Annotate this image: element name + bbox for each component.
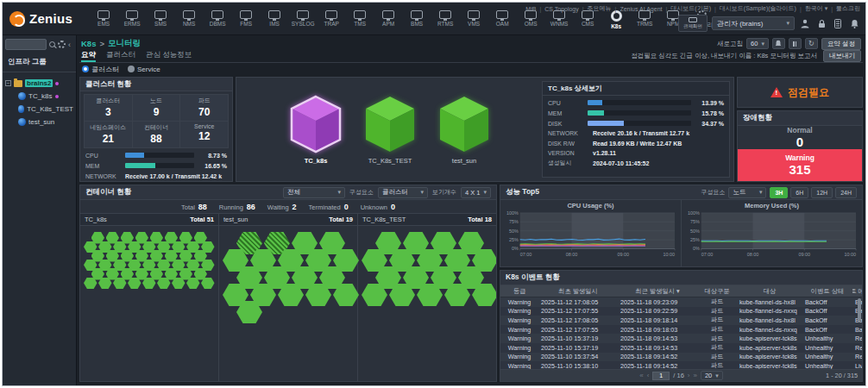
detail-row: VERSIONv1.28.11 xyxy=(543,148,729,159)
containers-filter-select[interactable]: 전체 ▾ xyxy=(283,187,345,198)
pagination-prev-icon[interactable]: ‹ xyxy=(647,372,650,379)
utility-link[interactable]: 대시보드(기본) xyxy=(670,4,711,13)
menu-item-ems[interactable]: EMS xyxy=(93,8,114,27)
document-icon[interactable] xyxy=(832,16,844,30)
events-column-header[interactable]: 최근 발생일시 ▾ xyxy=(618,285,697,297)
cluster-cube-tc_k8s_test[interactable]: TC_K8s_TEST xyxy=(362,95,418,165)
range-button-12h[interactable]: 12H xyxy=(811,187,833,198)
tab-클러스터[interactable]: 클러스터 xyxy=(106,50,135,62)
menu-item-bms[interactable]: BMS xyxy=(406,8,427,27)
chart-title: Memory Used (%) xyxy=(684,202,859,210)
tree-expander-icon[interactable]: − xyxy=(5,80,11,86)
menu-item-sms[interactable]: SMS xyxy=(150,8,171,27)
event-row[interactable]: Warning2025-11-10 15:38:102025-11-18 09:… xyxy=(500,361,862,369)
tree-node-tc_k8s[interactable]: TC_k8s xyxy=(5,90,73,103)
perf-component-select[interactable]: 노드 ▾ xyxy=(728,187,766,198)
range-button-6h[interactable]: 6H xyxy=(790,187,808,198)
utility-link[interactable]: CS Topology xyxy=(544,6,579,12)
utility-link[interactable]: 풀스크린 xyxy=(836,4,860,13)
tree-node-tc_k8s_test[interactable]: TC_K8s_TEST xyxy=(5,103,73,116)
breadcrumb-app[interactable]: K8s xyxy=(81,39,96,48)
cluster-cube-tc_k8s[interactable]: TC_k8s xyxy=(288,95,343,165)
summary-stat-클러스터: 클러스터3 xyxy=(85,95,132,121)
cluster-cube-test_sun[interactable]: test_sun xyxy=(437,95,492,165)
view-count-select[interactable]: 4 X 1 ▾ xyxy=(461,187,491,198)
tree-node-test_sun[interactable]: test_sun xyxy=(5,116,73,128)
summary-stat-네임스페이스: 네임스페이스21 xyxy=(85,122,132,147)
svg-text:75%: 75% xyxy=(690,219,700,224)
tab-관심 성능정보[interactable]: 관심 성능정보 xyxy=(146,50,192,62)
event-row[interactable]: Warning2025-11-12 17:07:552025-11-18 09:… xyxy=(500,325,862,335)
event-row[interactable]: Warning2025-11-12 17:07:552025-11-18 09:… xyxy=(500,307,862,316)
fault-warning-box[interactable]: Warning 315 xyxy=(738,149,862,181)
menu-item-apm[interactable]: APM xyxy=(378,8,399,27)
menu-item-ims[interactable]: IMS xyxy=(264,8,285,27)
search-icon[interactable] xyxy=(49,41,55,47)
event-row[interactable]: Warning2025-11-12 17:08:052025-11-18 09:… xyxy=(500,316,862,325)
utility-link[interactable]: 주요메뉴 xyxy=(588,4,612,13)
gear-icon[interactable] xyxy=(58,41,66,48)
folder-icon xyxy=(14,80,22,87)
refresh-button[interactable]: ↻ xyxy=(805,38,818,49)
menu-item-tms[interactable]: TMS xyxy=(349,8,370,27)
detail-row: 생성일시2024-07-10 11:45:52 xyxy=(543,159,729,169)
radio-클러스터[interactable]: 클러스터 xyxy=(82,65,119,74)
utility-link[interactable]: MiB xyxy=(525,6,536,12)
menu-item-nms[interactable]: NMS xyxy=(179,8,199,27)
menu-item-vms[interactable]: VMS xyxy=(463,8,484,27)
refresh-interval-select[interactable]: 60 ▾ xyxy=(746,38,769,49)
component-value: 클러스터 xyxy=(382,188,408,197)
sidebar-search-input[interactable] xyxy=(5,39,47,50)
lock-icon[interactable] xyxy=(815,16,827,30)
menu-item-oam[interactable]: OAM xyxy=(492,8,513,27)
svg-text:50%: 50% xyxy=(509,228,519,234)
stat-value: 9 xyxy=(133,106,180,118)
component-select[interactable]: 클러스터 ▾ xyxy=(378,187,428,198)
event-row[interactable]: Warning2025-11-12 17:08:052025-11-18 09:… xyxy=(500,297,862,307)
event-cell: 파드 xyxy=(697,316,737,325)
event-cell: 2025-11-18 09:23:09 xyxy=(618,297,697,307)
menu-item-fms[interactable]: FMS xyxy=(236,8,256,27)
tree-root-brains2[interactable]: −brains2 xyxy=(5,77,73,90)
pause-button[interactable] xyxy=(789,38,802,49)
gauge-disk: DISK34.37 % xyxy=(543,118,729,128)
hex-row xyxy=(84,241,215,253)
event-row[interactable]: Warning2025-11-10 15:37:192025-11-18 09:… xyxy=(500,334,862,343)
summary-settings-button[interactable]: 요약 설정 xyxy=(821,38,861,50)
utility-link[interactable]: Zenius AI Agent xyxy=(620,6,662,12)
utility-link[interactable]: 한국어 ▾ xyxy=(805,4,827,13)
events-scrollbar-thumb[interactable] xyxy=(858,298,861,321)
pagination-next-icon[interactable]: › xyxy=(688,372,690,379)
export-button[interactable]: 내보내기 xyxy=(823,50,861,62)
page-size-select[interactable]: 20 ▾ xyxy=(701,371,723,380)
menu-item-trap[interactable]: TRAP xyxy=(321,8,342,27)
tab-요약[interactable]: 요약 xyxy=(81,50,96,62)
control-screen-button[interactable]: 관제화면 xyxy=(678,15,708,32)
person-icon[interactable] xyxy=(799,16,811,30)
event-row[interactable]: Warning2025-11-10 15:37:542025-11-18 09:… xyxy=(500,353,862,362)
range-button-24h[interactable]: 24H xyxy=(835,187,857,198)
events-column-header: 이벤트 상태 xyxy=(802,285,852,297)
sidebar-collapse-icon[interactable]: ‹ xyxy=(68,41,71,49)
menu-item-erms[interactable]: ERMS xyxy=(122,8,142,27)
menu-item-dbms[interactable]: DBMS xyxy=(207,8,228,27)
event-row[interactable]: Warning2025-11-10 15:37:192025-11-18 09:… xyxy=(500,343,862,353)
range-button-3h[interactable]: 3H xyxy=(770,187,788,198)
utility-link[interactable]: 대시보드(Sample)(슬라이드) xyxy=(720,4,796,13)
radio-service[interactable]: Service xyxy=(128,66,160,73)
menu-item-syslog[interactable]: SYSLOG xyxy=(292,8,313,27)
alarm-bell-button[interactable] xyxy=(772,38,785,49)
user-dropdown[interactable]: 관리자 (brains) ▾ xyxy=(712,16,795,30)
pagination-first-icon[interactable]: « xyxy=(639,372,643,379)
bell-icon[interactable] xyxy=(848,16,860,30)
radio-icon xyxy=(82,66,89,72)
stat-label: 컨테이너 xyxy=(133,123,180,132)
menu-item-rtms[interactable]: RTMS xyxy=(435,8,456,27)
pagination-page-input[interactable]: 1 xyxy=(652,372,670,380)
time-range-buttons: 3H6H12H24H xyxy=(770,187,857,198)
hex-group-name: test_sun xyxy=(223,216,248,223)
svg-text:0%: 0% xyxy=(512,246,519,251)
module-icon xyxy=(240,10,252,19)
link-separator: | xyxy=(615,6,617,12)
pagination-last-icon[interactable]: » xyxy=(694,372,697,379)
